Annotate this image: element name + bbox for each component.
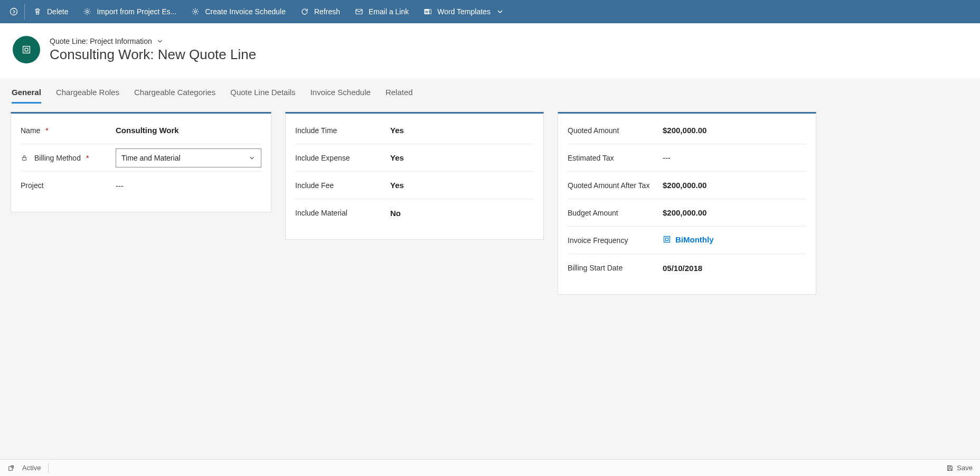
word-templates-label: Word Templates bbox=[437, 7, 491, 16]
trash-icon bbox=[33, 7, 42, 16]
email-icon bbox=[355, 7, 363, 16]
svg-rect-10 bbox=[664, 237, 670, 242]
include-material-value[interactable]: No bbox=[390, 209, 534, 218]
include-fee-value[interactable]: Yes bbox=[390, 181, 534, 190]
save-button[interactable]: Save bbox=[946, 464, 973, 472]
back-button[interactable] bbox=[4, 0, 23, 23]
svg-point-2 bbox=[194, 11, 196, 13]
chevron-down-icon bbox=[248, 154, 256, 162]
tab-chargeable-roles[interactable]: Chargeable Roles bbox=[56, 88, 119, 104]
tab-general[interactable]: General bbox=[12, 88, 41, 104]
tab-strip: General Chargeable Roles Chargeable Cate… bbox=[11, 78, 969, 104]
divider bbox=[24, 4, 25, 20]
svg-rect-11 bbox=[666, 238, 668, 241]
billing-start-value[interactable]: 05/10/2018 bbox=[663, 264, 806, 273]
billing-start-label: Billing Start Date bbox=[568, 264, 623, 272]
name-value[interactable]: Consulting Work bbox=[116, 126, 261, 135]
gear-icon bbox=[83, 7, 91, 16]
popout-icon[interactable] bbox=[7, 464, 15, 472]
svg-rect-13 bbox=[949, 465, 951, 467]
lookup-icon bbox=[663, 235, 671, 244]
include-expense-label: Include Expense bbox=[295, 154, 350, 162]
email-link-button[interactable]: Email a Link bbox=[347, 0, 416, 23]
section-includes: Include Time Yes Include Expense Yes Inc… bbox=[285, 112, 544, 240]
gear-icon bbox=[191, 7, 200, 16]
after-tax-label: Quoted Amount After Tax bbox=[568, 181, 649, 190]
svg-rect-14 bbox=[949, 468, 951, 470]
budget-value[interactable]: $200,000.00 bbox=[663, 208, 806, 217]
include-material-label: Include Material bbox=[295, 209, 347, 217]
command-bar: Delete Import from Project Es... Create … bbox=[0, 0, 980, 23]
tab-invoice-schedule[interactable]: Invoice Schedule bbox=[310, 88, 371, 104]
billing-method-value: Time and Material bbox=[121, 154, 181, 162]
refresh-icon bbox=[300, 7, 309, 16]
email-link-label: Email a Link bbox=[369, 7, 409, 16]
tab-quote-line-details[interactable]: Quote Line Details bbox=[230, 88, 295, 104]
word-icon: W bbox=[423, 7, 432, 16]
field-row-billing-start: Billing Start Date 05/10/2018 bbox=[568, 254, 806, 282]
chevron-right-circle-icon bbox=[10, 7, 18, 16]
field-row-after-tax: Quoted Amount After Tax $200,000.00 bbox=[568, 172, 806, 199]
form-sections: Name * Consulting Work Billing Method * … bbox=[11, 112, 969, 295]
chevron-down-icon bbox=[496, 7, 504, 16]
word-templates-button[interactable]: W Word Templates bbox=[416, 0, 512, 23]
project-value[interactable]: --- bbox=[116, 181, 261, 190]
delete-button[interactable]: Delete bbox=[26, 0, 76, 23]
save-icon bbox=[946, 464, 954, 472]
tab-chargeable-categories[interactable]: Chargeable Categories bbox=[134, 88, 215, 104]
estimated-tax-value[interactable]: --- bbox=[663, 153, 806, 162]
import-label: Import from Project Es... bbox=[97, 7, 176, 16]
estimated-tax-label: Estimated Tax bbox=[568, 154, 614, 162]
svg-point-0 bbox=[11, 8, 17, 15]
billing-method-select[interactable]: Time and Material bbox=[116, 148, 261, 167]
quoted-amount-value[interactable]: $200,000.00 bbox=[663, 126, 806, 135]
invoice-frequency-text: BiMonthly bbox=[675, 235, 714, 244]
delete-label: Delete bbox=[47, 7, 68, 16]
save-label: Save bbox=[957, 464, 973, 472]
create-invoice-schedule-button[interactable]: Create Invoice Schedule bbox=[184, 0, 293, 23]
record-title: Consulting Work: New Quote Line bbox=[50, 46, 256, 63]
form-body: General Chargeable Roles Chargeable Cate… bbox=[0, 78, 980, 459]
form-selector-label: Quote Line: Project Information bbox=[50, 37, 152, 45]
include-time-label: Include Time bbox=[295, 126, 337, 135]
field-row-estimated-tax: Estimated Tax --- bbox=[568, 144, 806, 172]
field-row-project: Project --- bbox=[21, 172, 261, 199]
include-fee-label: Include Fee bbox=[295, 181, 334, 190]
lock-icon bbox=[21, 154, 28, 162]
refresh-label: Refresh bbox=[314, 7, 340, 16]
required-indicator: * bbox=[86, 154, 89, 162]
field-row-billing-method: Billing Method * Time and Material bbox=[21, 144, 261, 172]
after-tax-value[interactable]: $200,000.00 bbox=[663, 181, 806, 190]
svg-rect-6 bbox=[429, 10, 431, 14]
import-button[interactable]: Import from Project Es... bbox=[76, 0, 184, 23]
name-label: Name bbox=[21, 126, 40, 135]
divider bbox=[48, 463, 49, 473]
field-row-budget: Budget Amount $200,000.00 bbox=[568, 199, 806, 227]
field-row-invoice-frequency: Invoice Frequency BiMonthly bbox=[568, 227, 806, 254]
field-row-include-material: Include Material No bbox=[295, 199, 534, 227]
field-row-include-time: Include Time Yes bbox=[295, 117, 534, 144]
include-time-value[interactable]: Yes bbox=[390, 126, 534, 135]
form-selector[interactable]: Quote Line: Project Information bbox=[50, 37, 256, 45]
tab-related[interactable]: Related bbox=[385, 88, 413, 104]
svg-rect-9 bbox=[23, 157, 26, 160]
required-indicator: * bbox=[45, 126, 48, 135]
svg-text:W: W bbox=[425, 10, 429, 14]
record-entity-icon bbox=[13, 36, 40, 63]
field-row-quoted-amount: Quoted Amount $200,000.00 bbox=[568, 117, 806, 144]
svg-rect-7 bbox=[23, 46, 30, 53]
budget-label: Budget Amount bbox=[568, 209, 618, 217]
field-row-include-fee: Include Fee Yes bbox=[295, 172, 534, 199]
refresh-button[interactable]: Refresh bbox=[293, 0, 347, 23]
status-bar: Active Save bbox=[0, 459, 980, 476]
include-expense-value[interactable]: Yes bbox=[390, 153, 534, 162]
field-row-name: Name * Consulting Work bbox=[21, 117, 261, 144]
chevron-down-icon bbox=[156, 38, 164, 45]
status-text: Active bbox=[22, 464, 41, 472]
invoice-frequency-value[interactable]: BiMonthly bbox=[663, 235, 806, 246]
invoice-frequency-label: Invoice Frequency bbox=[568, 236, 628, 245]
project-label: Project bbox=[21, 181, 44, 190]
svg-point-1 bbox=[86, 11, 88, 13]
billing-method-label: Billing Method bbox=[34, 154, 81, 162]
field-row-include-expense: Include Expense Yes bbox=[295, 144, 534, 172]
